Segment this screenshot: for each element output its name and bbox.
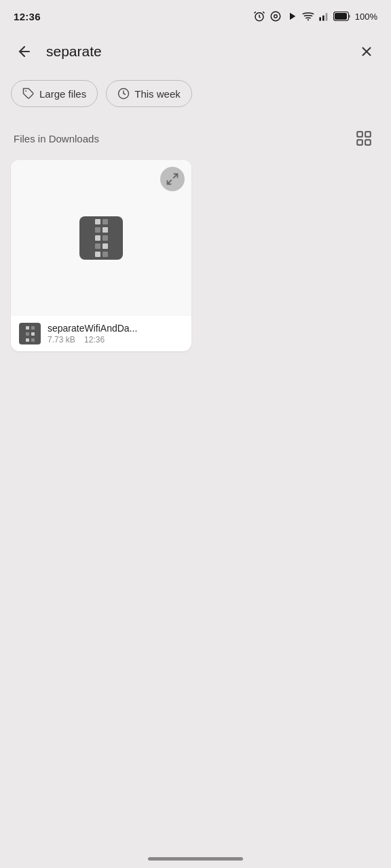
- section-title: Files in Downloads: [14, 133, 99, 144]
- file-details: 7.73 kB 12:36: [48, 335, 183, 344]
- wifi-icon: [302, 12, 314, 21]
- expand-button[interactable]: [160, 167, 185, 191]
- svg-rect-13: [365, 132, 371, 137]
- status-icons: 100%: [253, 10, 377, 22]
- file-metadata: separateWifiAndDa... 7.73 kB 12:36: [48, 323, 183, 344]
- file-card[interactable]: separateWifiAndDa... 7.73 kB 12:36: [11, 160, 191, 351]
- large-files-chip[interactable]: Large files: [11, 80, 98, 107]
- svg-rect-15: [365, 140, 371, 145]
- svg-rect-9: [335, 13, 347, 20]
- signal-icon: [318, 11, 329, 22]
- svg-point-3: [274, 16, 276, 18]
- zip-icon-large: [79, 216, 123, 260]
- file-name: separateWifiAndDa...: [48, 323, 183, 334]
- file-grid: separateWifiAndDa... 7.73 kB 12:36: [0, 160, 391, 351]
- file-icon-small: [19, 323, 41, 344]
- play-icon: [286, 10, 298, 22]
- tag-icon: [22, 87, 35, 100]
- zip-pattern: [95, 219, 108, 257]
- file-preview: [11, 160, 191, 316]
- svg-rect-12: [357, 132, 362, 137]
- svg-rect-6: [322, 16, 324, 21]
- svg-rect-5: [319, 17, 321, 20]
- svg-point-4: [308, 19, 309, 20]
- assistant-icon: [269, 10, 282, 22]
- svg-rect-7: [325, 13, 327, 20]
- status-time: 12:36: [14, 11, 41, 22]
- bottom-bar: [0, 849, 391, 868]
- svg-rect-14: [357, 140, 362, 145]
- file-size: 7.73 kB: [48, 335, 75, 344]
- top-bar: separate: [0, 30, 391, 73]
- close-button[interactable]: [353, 38, 380, 65]
- filter-row: Large files This week: [0, 73, 391, 114]
- list-view-button[interactable]: [350, 125, 377, 152]
- this-week-label: This week: [134, 88, 181, 100]
- clock-icon: [117, 87, 130, 100]
- file-time: 12:36: [84, 335, 105, 344]
- status-bar: 12:36: [0, 0, 391, 30]
- battery-icon: [333, 12, 351, 21]
- battery-text: 100%: [355, 12, 377, 22]
- this-week-chip[interactable]: This week: [106, 80, 192, 107]
- search-query: separate: [46, 43, 345, 60]
- large-files-label: Large files: [39, 88, 86, 100]
- alarm-icon: [253, 10, 265, 22]
- home-indicator: [148, 857, 243, 861]
- file-info: separateWifiAndDa... 7.73 kB 12:36: [11, 316, 191, 351]
- section-header: Files in Downloads: [0, 114, 391, 160]
- back-button[interactable]: [11, 38, 38, 65]
